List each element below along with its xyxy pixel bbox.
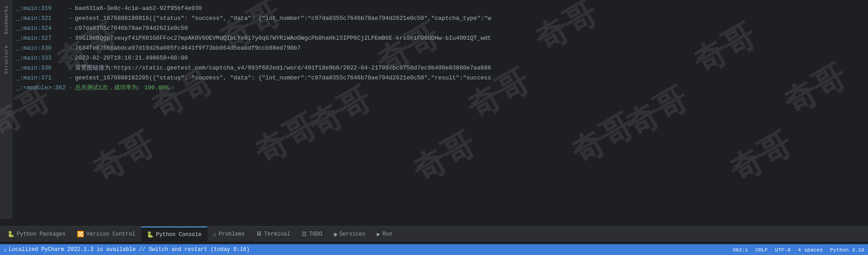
tab-label-version-control: Version Control <box>86 231 135 237</box>
line-prefix: _:<module>:382 <box>16 83 66 93</box>
toolbar-tab-todo[interactable]: ☰TODO <box>296 227 328 241</box>
line-dash: - <box>69 53 72 63</box>
status-right-item: UTF-8 <box>775 247 791 253</box>
status-message: Localized PyCharm 2022.1.3 is available … <box>9 246 250 253</box>
line-dash: - <box>69 23 72 33</box>
tab-label-run: Run <box>382 231 392 237</box>
left-sidebar: Bookmarks Structure <box>0 0 13 219</box>
tab-label-terminal: Terminal <box>264 231 290 237</box>
line-prefix: _:main:319 <box>16 4 66 14</box>
sidebar-tab-bookmarks[interactable]: Bookmarks <box>2 0 11 40</box>
toolbar-tab-python-packages[interactable]: 🐍Python Packages <box>2 227 71 241</box>
line-content: 7634fe07566abdca97d19d26a085fc4641f9f73b… <box>75 43 301 53</box>
tab-icon-version-control: 🔀 <box>77 231 84 238</box>
toolbar-tab-services[interactable]: ◉Services <box>328 227 371 241</box>
status-right: 362:1CRLFUTF-84 spacesPython 3.10 <box>732 247 864 253</box>
tab-icon-problems: ⚠ <box>213 231 217 238</box>
tab-icon-todo: ☰ <box>302 231 307 238</box>
status-right-item: Python 3.10 <box>830 247 864 253</box>
console-line: _:main:333 - 2023-02-20T18:16:21.498658+… <box>13 53 868 63</box>
line-prefix: _:main:371 <box>16 73 66 83</box>
line-content-link[interactable]: https://static.geetest.com/captcha_v4/99… <box>114 63 491 73</box>
line-prefix: _:main:321 <box>16 14 66 23</box>
console-line: _:main:330 - 7634fe07566abdca97d19d26a08… <box>13 43 868 53</box>
status-right-item: 4 spaces <box>798 247 823 253</box>
console-line: _:main:321 - geetest_1676888180916({"sta… <box>13 14 868 23</box>
line-content: 2023-02-20T18:16:21.498658+08:00 <box>75 53 188 63</box>
console-line: _:main:324 - c97da0355c7646b78ae794d2621… <box>13 23 868 33</box>
status-right-item: 362:1 <box>732 247 748 253</box>
line-prefix: _:main:333 <box>16 53 66 63</box>
tab-label-problems: Problems <box>219 231 245 237</box>
tab-icon-run: ▶ <box>377 231 380 238</box>
line-content: c97da0355c7646b78ae794d2621e0c50 <box>75 23 188 33</box>
status-left: ⚠ Localized PyCharm 2022.1.3 is availabl… <box>4 246 250 253</box>
console-line: _:main:336 - 背景图链接为:https://static.geete… <box>13 63 868 73</box>
line-content: geetest_1676888180916({"status": "succes… <box>75 14 491 23</box>
status-right-item: CRLF <box>755 247 768 253</box>
tab-label-python-console: Python Console <box>156 232 202 238</box>
line-dash: - <box>69 4 72 14</box>
tab-label-services: Services <box>340 231 366 237</box>
toolbar-tab-terminal[interactable]: 🖥Terminal <box>250 227 296 241</box>
line-dash: - <box>69 73 72 83</box>
line-content: 总共测试1次，成功率为: 100.00% <box>75 83 169 93</box>
line-dash: - <box>69 83 72 93</box>
tab-icon-python-packages: 🐍 <box>7 231 14 238</box>
tab-icon-services: ◉ <box>334 231 337 238</box>
line-content: 39Gl86BQgpTxeuyf4iPX01G6FFoc27mpAK8V6OEV… <box>75 33 491 43</box>
tab-icon-terminal: 🖥 <box>256 231 262 237</box>
console-line: _:main:319 - bae631a6-3e8c-4c1e-aab2-92f… <box>13 4 868 14</box>
tab-label-python-packages: Python Packages <box>17 231 66 237</box>
status-bar: ⚠ Localized PyCharm 2022.1.3 is availabl… <box>0 244 868 255</box>
console-area: _:main:319 - bae631a6-3e8c-4c1e-aab2-92f… <box>13 0 868 219</box>
line-prefix: _:main:330 <box>16 43 66 53</box>
bottom-toolbar: 🐍Python Packages🔀Version Control🐍Python … <box>0 226 868 241</box>
warning-icon: ⚠ <box>4 246 7 253</box>
console-line: _:main:327 - 39Gl86BQgpTxeuyf4iPX01G6FFo… <box>13 33 868 43</box>
tab-icon-python-console: 🐍 <box>146 231 154 238</box>
toolbar-tab-version-control[interactable]: 🔀Version Control <box>71 227 141 241</box>
tab-label-todo: TODO <box>309 231 322 237</box>
line-dash: - <box>69 43 72 53</box>
toolbar-tab-problems[interactable]: ⚠Problems <box>208 227 250 241</box>
sidebar-tab-structure[interactable]: Structure <box>2 40 11 79</box>
line-dash: - <box>69 63 72 73</box>
toolbar-tab-run[interactable]: ▶Run <box>371 227 398 241</box>
line-content-label: 背景图链接为: <box>75 63 114 73</box>
line-content: geetest_1676888182205({"status": "succes… <box>75 73 491 83</box>
line-prefix: _:main:327 <box>16 33 66 43</box>
line-dash: - <box>69 14 72 23</box>
toolbar-tab-python-console[interactable]: 🐍Python Console <box>141 227 208 241</box>
line-dash: - <box>69 33 72 43</box>
console-line: _:main:371 - geetest_1676888182205({"sta… <box>13 73 868 83</box>
line-prefix: _:main:324 <box>16 23 66 33</box>
console-line: _:<module>:382 - 总共测试1次，成功率为: 100.00% <box>13 83 868 93</box>
line-content: bae631a6-3e8c-4c1e-aab2-92f95bf4e930 <box>75 4 202 14</box>
line-prefix: _:main:336 <box>16 63 66 73</box>
